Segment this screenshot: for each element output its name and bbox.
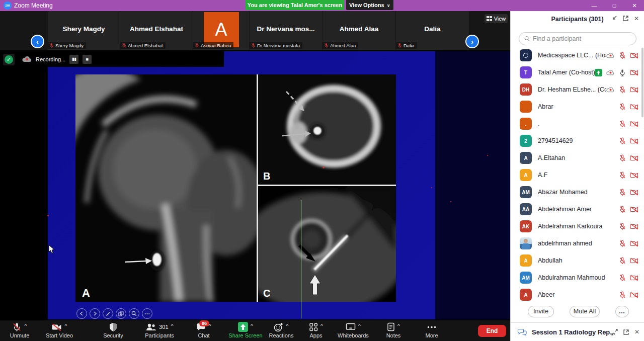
unmute-options-caret[interactable]: ^ xyxy=(24,323,27,328)
participant-row[interactable]: . . xyxy=(511,115,644,132)
video-tile[interactable]: Shery Magdy Shery Magdy xyxy=(48,11,120,50)
notes-button[interactable]: ^ Notes xyxy=(378,322,409,338)
pop-out-icon[interactable] xyxy=(623,329,629,335)
magnifier-icon xyxy=(131,311,137,316)
participant-row[interactable]: AA Abdelrahman Amer xyxy=(511,201,644,218)
cloud-recording-icon xyxy=(606,52,615,58)
video-tile[interactable]: Ahmed Alaa Ahmed Alaa xyxy=(323,11,395,50)
more-dots-icon xyxy=(427,326,436,328)
participant-row[interactable]: A A.Eltahan xyxy=(511,149,644,166)
participant-row[interactable]: A Abeer xyxy=(511,286,644,303)
tile-name-label: Dalia xyxy=(396,42,417,49)
ct-panel-b: B xyxy=(258,74,396,185)
participant-row[interactable]: abdelrhman ahmed xyxy=(511,235,644,252)
apps-button[interactable]: ^ Apps xyxy=(302,322,330,338)
video-tile[interactable]: Ahmed Elshahat Ahmed Elshahat xyxy=(120,11,193,50)
pause-recording-button[interactable]: ▮▮ xyxy=(69,55,78,64)
muted-camera-icon xyxy=(630,240,638,247)
muted-camera-icon xyxy=(630,138,638,144)
participant-filmstrip: ‹ Shery Magdy Shery Magdy xyxy=(0,11,510,50)
muted-mic-icon xyxy=(619,257,626,265)
stop-recording-button[interactable]: ■ xyxy=(83,55,92,64)
participant-name: . xyxy=(538,120,619,127)
video-tile[interactable]: Dr Nervana mos... Dr Nervana mostafa xyxy=(250,11,322,50)
minimize-button[interactable]: — xyxy=(586,0,603,11)
participant-row[interactable]: A Abdullah xyxy=(511,252,644,269)
expand-icon[interactable] xyxy=(611,329,618,335)
maximize-button[interactable]: □ xyxy=(606,0,623,11)
participants-button[interactable]: 301 ^ Participants xyxy=(135,322,184,338)
avatar: A xyxy=(520,152,532,164)
mute-all-button[interactable]: Mute All xyxy=(570,306,600,317)
video-tile[interactable]: A Asmaa Rabea xyxy=(193,11,249,50)
more-options-button[interactable]: … xyxy=(615,306,629,317)
arrow-right-icon xyxy=(93,311,97,316)
more-button[interactable]: More xyxy=(415,322,449,338)
participant-row[interactable]: Medicaspace LLC... (Host, me) xyxy=(511,47,644,64)
whiteboards-button[interactable]: ^ Whiteboards xyxy=(330,322,376,338)
video-options-caret[interactable]: ^ xyxy=(64,323,67,328)
cloud-recording-icon xyxy=(22,56,32,62)
pop-out-icon[interactable] xyxy=(622,15,629,22)
notes-options-caret[interactable]: ^ xyxy=(397,323,400,328)
chat-bubbles-icon xyxy=(518,328,527,336)
view-options-button[interactable]: View Options∨ xyxy=(346,0,393,10)
tile-name-label: Ahmed Alaa xyxy=(323,42,358,49)
chat-session-bar[interactable]: Session 1 Radiology Rep... ✕ xyxy=(511,322,644,341)
start-video-button[interactable]: ^ Start Video xyxy=(38,322,80,338)
viewing-screen-banner: You are viewing Talal Amer's screen xyxy=(246,0,344,10)
participant-row[interactable]: AM Abdulrahman Mahmoud xyxy=(511,269,644,286)
close-session-icon[interactable]: ✕ xyxy=(634,329,639,335)
participant-name: Abeer xyxy=(538,291,619,298)
view-layout-button[interactable]: View xyxy=(485,14,508,23)
strip-next-button[interactable]: › xyxy=(465,35,479,48)
participants-options-caret[interactable]: ^ xyxy=(171,323,174,328)
participant-row[interactable]: DH Dr. Hesham ELshe... (Co-host) xyxy=(511,81,644,98)
muted-mic-icon xyxy=(122,43,126,48)
tile-participant-name: Dalia xyxy=(396,25,469,33)
muted-mic-icon xyxy=(49,43,54,48)
tile-name-label: Ahmed Elshahat xyxy=(120,42,166,49)
close-window-button[interactable]: ✕ xyxy=(626,0,643,11)
participant-row[interactable]: 2 2794514629 xyxy=(511,132,644,149)
security-button[interactable]: Security xyxy=(94,322,133,338)
close-panel-icon[interactable]: ✕ xyxy=(634,16,639,22)
chat-button[interactable]: 86 ^ Chat xyxy=(187,322,220,338)
whiteboards-options-caret[interactable]: ^ xyxy=(358,323,361,328)
mouse-cursor xyxy=(48,244,55,254)
video-tile[interactable]: Dalia Dalia xyxy=(396,11,469,50)
ct-panel-a: A xyxy=(75,74,257,302)
company-logo-icon xyxy=(523,53,528,58)
chat-options-caret[interactable]: ^ xyxy=(208,323,211,328)
unmute-button[interactable]: ^ Unmute xyxy=(5,322,34,338)
strip-prev-button[interactable]: ‹ xyxy=(31,35,44,48)
participant-row[interactable]: Abrar xyxy=(511,98,644,115)
avatar: A xyxy=(520,289,532,301)
participant-search[interactable] xyxy=(519,32,636,45)
participant-row[interactable]: AK Abdelrahman Karkoura xyxy=(511,218,644,235)
invite-button[interactable]: Invite xyxy=(528,306,554,317)
annotation-green-line xyxy=(301,200,301,318)
next-slide-button[interactable] xyxy=(90,308,100,319)
reactions-button[interactable]: ^ Reactions xyxy=(263,322,300,338)
prev-slide-button[interactable] xyxy=(76,308,87,319)
participant-row[interactable]: T Talal Amer (Co-host) xyxy=(511,64,644,81)
search-input[interactable] xyxy=(533,35,631,42)
apps-options-caret[interactable]: ^ xyxy=(320,323,323,328)
zoom-slide-button[interactable] xyxy=(129,308,139,319)
panel-scrollbar[interactable] xyxy=(641,48,643,117)
share-options-caret[interactable]: ^ xyxy=(251,323,253,328)
reactions-smiley-icon xyxy=(274,322,283,332)
tile-name-label: Asmaa Rabea xyxy=(193,42,233,49)
reactions-options-caret[interactable]: ^ xyxy=(286,323,288,328)
participant-row[interactable]: AM Abazar Mohamed xyxy=(511,184,644,201)
end-meeting-button[interactable]: End xyxy=(478,325,506,337)
more-tools-button[interactable] xyxy=(142,308,152,319)
participant-row[interactable]: A A.F xyxy=(511,166,644,184)
muted-camera-icon xyxy=(630,52,638,59)
slides-overview-button[interactable] xyxy=(116,308,126,319)
pen-tool-button[interactable] xyxy=(103,308,113,319)
pop-in-icon[interactable] xyxy=(611,15,617,22)
tile-participant-name: Ahmed Alaa xyxy=(323,25,395,33)
muted-mic-icon xyxy=(251,43,256,48)
